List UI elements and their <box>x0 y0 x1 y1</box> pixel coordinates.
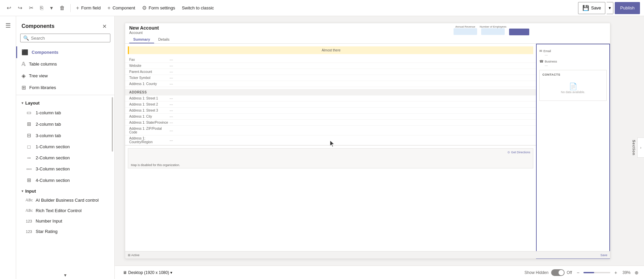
nav-item-tree-label: Tree view <box>29 73 48 78</box>
form-title-row: New Account Account Annual Revenue Numbe… <box>129 25 606 35</box>
comp-3-column-tab[interactable]: ⊟ 3-column tab <box>16 130 114 141</box>
field-row-ticker: Ticker Symbol --- <box>125 75 536 81</box>
hamburger-button[interactable]: ☰ <box>1 19 15 32</box>
fit-icon: ⊕ <box>635 270 639 275</box>
zoom-out-button[interactable]: − <box>575 269 581 276</box>
comp-2-column-tab[interactable]: ⊞ 2-column tab <box>16 118 114 130</box>
desktop-caret-icon: ▾ <box>170 270 172 275</box>
publish-label: Publish <box>620 5 635 10</box>
toggle-container: Off <box>551 269 572 276</box>
field-row-website: Website --- <box>125 63 536 69</box>
chart-2-bar <box>481 28 505 35</box>
comp-1col-tab-label: 1-column tab <box>36 110 61 115</box>
directions-text: Get Directions <box>511 151 530 154</box>
field-county-label: Address 1: County <box>129 82 170 86</box>
switch-classic-button[interactable]: Switch to classic <box>179 2 216 14</box>
tree-icon: ◈ <box>22 73 26 79</box>
comp-4-column-section[interactable]: ⊞ 4-Column section <box>16 174 114 186</box>
zoom-in-button[interactable]: + <box>612 269 619 276</box>
fit-to-screen-button[interactable]: ⊕ <box>635 270 639 275</box>
business-icon: ☎ <box>539 59 543 63</box>
field-street2-label: Address 1: Street 2 <box>129 103 170 106</box>
field-row-county: Address 1: County --- <box>125 81 536 87</box>
save-button[interactable]: 💾 Save <box>578 2 606 14</box>
comp-1col-sec-label: 1-Column section <box>36 144 70 149</box>
email-icon: ✉ <box>539 49 542 53</box>
zoom-slider-fill <box>583 272 594 273</box>
address-section-header: ADDRESS <box>125 89 536 95</box>
redo-icon: ↪ <box>18 5 22 11</box>
form-main-col: Almost there Fax --- Website --- <box>125 44 536 259</box>
nav-item-tree-view[interactable]: ◈ Tree view <box>16 70 114 82</box>
nav-item-form-libraries[interactable]: ⊞ Form libraries <box>16 82 114 93</box>
field-parent-label: Parent Account <box>129 70 170 74</box>
chart-2: Number of Employees <box>480 25 506 35</box>
zoom-slider[interactable] <box>583 272 610 273</box>
nav-item-table-columns[interactable]: 𝔸 Table columns <box>16 58 114 70</box>
cut-icon: ✂ <box>29 5 33 11</box>
field-website-label: Website <box>129 64 170 68</box>
form-subtitle: Account <box>129 31 159 35</box>
components-panel: Components ✕ 🔍 ⬛ Components 𝔸 Table colu… <box>16 16 115 279</box>
form-title: New Account <box>129 25 159 31</box>
form-field-button[interactable]: + Form field <box>73 2 103 14</box>
form-settings-button[interactable]: ⚙ Form settings <box>139 2 178 14</box>
right-panel-collapse-button[interactable]: › <box>637 137 644 158</box>
components-list: ▾ Layout ▭ 1-column tab ⊞ 2-column tab ⊟… <box>16 95 114 239</box>
copy-dropdown-button[interactable]: ▾ <box>47 2 56 14</box>
field-row-city: Address 1: City --- <box>125 114 536 120</box>
cut-button[interactable]: ✂ <box>26 2 36 14</box>
tab-summary[interactable]: Summary <box>129 36 154 43</box>
comp-4col-sec-label: 4-Column section <box>36 178 70 183</box>
get-directions-link[interactable]: ⊙ Get Directions <box>507 151 530 154</box>
layout-section-label: Layout <box>25 101 40 106</box>
delete-button[interactable]: 🗑 <box>57 2 68 14</box>
contacts-doc-icon: 📄 <box>569 82 577 90</box>
comp-3-column-section[interactable]: ▫▫▫ 3-Column section <box>16 163 114 174</box>
field-country-value: --- <box>170 138 532 142</box>
field-street3-label: Address 1: Street 3 <box>129 109 170 112</box>
rich-text-icon: 𝔸𝔹𝕔 <box>26 208 32 213</box>
directions-icon: ⊙ <box>507 151 510 154</box>
component-button[interactable]: + Component <box>105 2 138 14</box>
layout-toggle-icon: ▾ <box>22 101 23 105</box>
save-caret-button[interactable]: ▾ <box>607 2 613 14</box>
save-label: Save <box>591 5 601 10</box>
publish-button[interactable]: Publish <box>615 2 640 14</box>
nav-item-components[interactable]: ⬛ Components <box>16 46 114 58</box>
undo-button[interactable]: ↩ <box>4 2 14 14</box>
desktop-button[interactable]: 🖥 Desktop (1920 x 1080) ▾ <box>120 269 175 276</box>
input-section-header[interactable]: ▾ Input <box>16 186 114 195</box>
copy-button[interactable]: ⎘ <box>37 2 46 14</box>
table-icon: 𝔸 <box>22 61 26 67</box>
form-fields-section: Fax --- Website --- Parent Account --- <box>125 57 536 87</box>
comp-number-input[interactable]: 123 Number Input <box>16 216 114 226</box>
search-input[interactable] <box>31 36 107 41</box>
panel-close-button[interactable]: ✕ <box>100 22 109 31</box>
redo-button[interactable]: ↪ <box>15 2 25 14</box>
form-field-label: Form field <box>81 5 101 10</box>
comp-star-rating[interactable]: 123 Star Rating <box>16 226 114 237</box>
comp-number-input-label: Number Input <box>36 218 62 224</box>
comp-2-column-section[interactable]: ▫▫ 2-Column section <box>16 152 114 163</box>
component-label: Component <box>112 5 135 10</box>
field-fax-value: --- <box>170 58 532 62</box>
form-tabs: Summary Details <box>129 36 606 43</box>
comp-rich-text[interactable]: 𝔸𝔹𝕔 Rich Text Editor Control <box>16 205 114 216</box>
main-layout: ☰ Components ✕ 🔍 ⬛ Components 𝔸 Table co… <box>0 16 644 279</box>
field-parent-value: --- <box>170 70 532 74</box>
show-hidden-toggle[interactable] <box>551 269 565 276</box>
comp-1-column-tab[interactable]: ▭ 1-column tab <box>16 107 114 118</box>
field-row-state: Address 1: State/Province --- <box>125 120 536 126</box>
comp-1-column-section[interactable]: □ 1-Column section <box>16 141 114 152</box>
tab-details[interactable]: Details <box>154 36 174 43</box>
plus-icon-2: + <box>107 5 110 11</box>
field-zip-value: --- <box>170 129 532 132</box>
canvas-area: New Account Account Annual Revenue Numbe… <box>115 16 644 279</box>
layout-section-header[interactable]: ▾ Layout <box>16 98 114 107</box>
contacts-title: CONTACTS <box>542 73 604 76</box>
field-street1-value: --- <box>170 96 532 100</box>
comp-ai-builder[interactable]: 𝔸𝔹𝕔 AI Builder Business Card control <box>16 195 114 205</box>
email-label: Email <box>543 49 551 53</box>
3col-tab-icon: ⊟ <box>26 132 32 138</box>
